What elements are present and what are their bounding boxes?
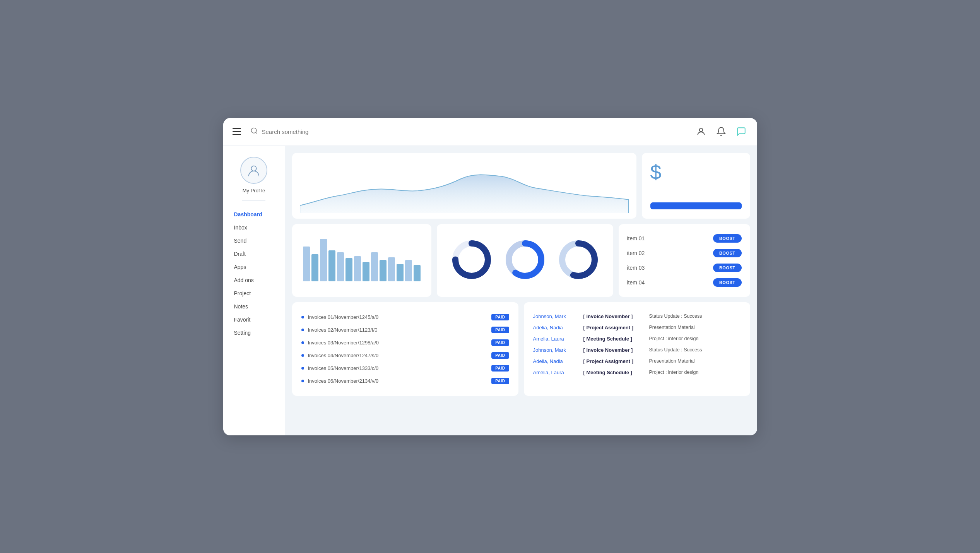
search-icon <box>250 127 258 137</box>
sidebar-item-notes[interactable]: Notes <box>223 300 285 313</box>
svg-rect-5 <box>311 254 318 281</box>
sidebar-item-draft[interactable]: Draft <box>223 247 285 260</box>
stats-card: $ <box>642 153 750 219</box>
invoice-row: Invoices 05/November/1333/c/0 PAID <box>301 362 509 375</box>
boost-item-1: item 01 BOOST <box>627 231 742 246</box>
svg-rect-9 <box>345 258 352 281</box>
act-tag: [ Meeting Schedule ] <box>583 370 649 375</box>
act-name: Adelia, Nadia <box>533 358 583 364</box>
act-name: Johnson, Mark <box>533 313 583 319</box>
donut-3 <box>557 238 600 282</box>
sidebar-item-favorit[interactable]: Favorit <box>223 313 285 326</box>
invoice-row: Invoices 02/November/1123/f/0 PAID <box>301 324 509 336</box>
invoice-dot <box>301 329 304 331</box>
hamburger-button[interactable] <box>233 128 241 135</box>
invoice-label: Invoices 02/November/1123/f/0 <box>308 327 492 333</box>
main-layout: My Prof le Dashboard Inbox Send Draft Ap… <box>223 146 757 435</box>
area-chart-card <box>292 153 636 219</box>
top-row: $ <box>292 153 750 219</box>
svg-point-0 <box>251 128 256 133</box>
activity-card: Johnson, Mark [ invoice November ] Statu… <box>524 302 750 396</box>
dollar-symbol: $ <box>650 162 742 182</box>
act-name: Adelia, Nadia <box>533 325 583 330</box>
main-content: $ <box>285 146 757 435</box>
header-actions <box>694 125 748 138</box>
sidebar-item-apps[interactable]: Apps <box>223 260 285 274</box>
sidebar-item-addons[interactable]: Add ons <box>223 274 285 287</box>
activity-row: Johnson, Mark [ invoice November ] Statu… <box>533 311 741 322</box>
boost-button-4[interactable]: BOOST <box>713 278 742 287</box>
invoice-row: Invoices 06/November/2134/v/0 PAID <box>301 375 509 387</box>
header <box>223 118 757 146</box>
act-tag: [ invoice November ] <box>583 313 649 319</box>
boost-button-1[interactable]: BOOST <box>713 234 742 243</box>
user-icon[interactable] <box>694 125 708 138</box>
sidebar-nav: Dashboard Inbox Send Draft Apps Add ons … <box>223 208 285 339</box>
sidebar-item-setting[interactable]: Setting <box>223 326 285 339</box>
area-chart <box>300 163 629 213</box>
invoice-card: Invoices 01/November/1245/s/0 PAID Invoi… <box>292 302 518 396</box>
stats-button[interactable] <box>650 202 742 209</box>
invoice-label: Invoices 06/November/2134/v/0 <box>308 378 492 384</box>
act-tag: [ Meeting Schedule ] <box>583 336 649 342</box>
activity-row: Adelia, Nadia [ Project Assigment ] Pres… <box>533 356 741 367</box>
activity-row: Amelia, Laura [ Meeting Schedule ] Proje… <box>533 333 741 344</box>
sidebar-item-inbox[interactable]: Inbox <box>223 221 285 234</box>
avatar <box>240 157 267 184</box>
act-status: Status Update : Success <box>649 313 702 319</box>
search-input[interactable] <box>262 128 378 135</box>
invoice-label: Invoices 03/November/1298/a/0 <box>308 340 492 346</box>
sidebar-divider <box>242 200 265 201</box>
svg-rect-8 <box>337 252 344 281</box>
mid-row: item 01 BOOST item 02 BOOST item 03 BOOS… <box>292 224 750 297</box>
boost-item-4: item 04 BOOST <box>627 275 742 290</box>
invoice-dot <box>301 354 304 357</box>
paid-badge: PAID <box>491 314 509 320</box>
boost-label-3: item 03 <box>627 265 645 271</box>
boost-button-2[interactable]: BOOST <box>713 249 742 257</box>
sidebar-item-project[interactable]: Project <box>223 287 285 300</box>
chat-icon[interactable] <box>735 125 748 138</box>
activity-row: Amelia, Laura [ Meeting Schedule ] Proje… <box>533 367 741 378</box>
sidebar-item-send[interactable]: Send <box>223 234 285 247</box>
invoice-label: Invoices 04/November/1247/s/0 <box>308 353 492 358</box>
svg-rect-14 <box>388 257 395 281</box>
invoice-dot <box>301 341 304 344</box>
act-status: Presentation Material <box>649 358 695 364</box>
svg-rect-4 <box>303 247 310 281</box>
notification-icon[interactable] <box>715 125 728 138</box>
act-name: Amelia, Laura <box>533 370 583 375</box>
paid-badge: PAID <box>491 339 509 346</box>
paid-badge: PAID <box>491 352 509 359</box>
act-name: Johnson, Mark <box>533 347 583 353</box>
invoice-label: Invoices 05/November/1333/c/0 <box>308 365 492 371</box>
svg-rect-11 <box>363 262 369 281</box>
act-status: Project : interior design <box>649 370 699 375</box>
boost-card: item 01 BOOST item 02 BOOST item 03 BOOS… <box>619 224 750 297</box>
search-area <box>250 127 694 137</box>
svg-rect-15 <box>397 264 404 281</box>
paid-badge: PAID <box>491 327 509 333</box>
svg-point-2 <box>699 128 703 132</box>
svg-rect-6 <box>320 239 327 281</box>
bar-chart-card <box>292 224 431 297</box>
act-name: Amelia, Laura <box>533 336 583 342</box>
act-status: Presentation Material <box>649 325 695 330</box>
invoice-dot <box>301 380 304 382</box>
svg-rect-17 <box>414 265 421 281</box>
svg-rect-7 <box>328 250 335 281</box>
activity-row: Johnson, Mark [ invoice November ] Statu… <box>533 344 741 356</box>
act-status: Project : interior design <box>649 336 699 341</box>
invoice-row: Invoices 01/November/1245/s/0 PAID <box>301 311 509 324</box>
svg-rect-10 <box>354 256 361 281</box>
invoice-row: Invoices 03/November/1298/a/0 PAID <box>301 336 509 349</box>
act-tag: [ Project Assigment ] <box>583 358 649 364</box>
boost-label-2: item 02 <box>627 250 645 256</box>
boost-label-1: item 01 <box>627 235 645 241</box>
bottom-row: Invoices 01/November/1245/s/0 PAID Invoi… <box>292 302 750 396</box>
boost-button-3[interactable]: BOOST <box>713 264 742 272</box>
boost-item-2: item 02 BOOST <box>627 246 742 260</box>
profile-name: My Prof le <box>243 188 265 193</box>
sidebar-item-dashboard[interactable]: Dashboard <box>223 208 285 221</box>
boost-item-3: item 03 BOOST <box>627 260 742 275</box>
